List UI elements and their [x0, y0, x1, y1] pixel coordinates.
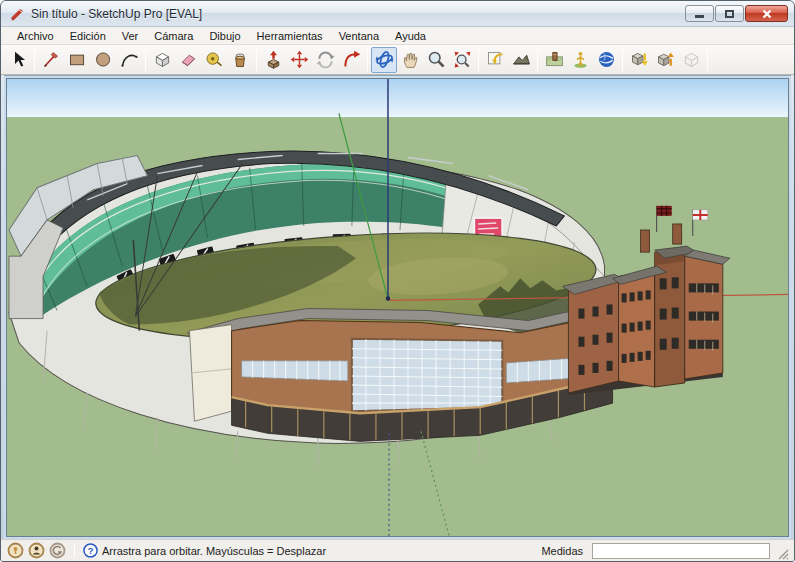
measurements-input[interactable]: [592, 543, 770, 559]
toolbar-separator: [34, 49, 35, 71]
window-title: Sin título - SketchUp Pro [EVAL]: [31, 7, 685, 21]
toolbar-separator: [707, 49, 708, 71]
push-pull-icon: [263, 49, 284, 70]
viewport: [6, 78, 789, 537]
menu-bar: ArchivoEdiciónVerCámaraDibujoHerramienta…: [1, 27, 794, 45]
viewport-frame: [4, 75, 791, 539]
resize-grip[interactable]: [777, 548, 790, 561]
toolbar-separator: [537, 49, 538, 71]
zoom-icon: [426, 49, 447, 70]
minimize-button[interactable]: [685, 5, 714, 22]
toolbar-separator: [622, 49, 623, 71]
add-location-icon: [544, 49, 565, 70]
push-pull-tool-button[interactable]: [260, 47, 286, 73]
google-earth-icon: [596, 49, 617, 70]
eraser-icon: [178, 49, 199, 70]
toolbar-separator: [145, 49, 146, 71]
google-earth-tool-button[interactable]: [593, 47, 619, 73]
rotate-tool-button[interactable]: [312, 47, 338, 73]
credits-icon[interactable]: [28, 542, 45, 559]
position-camera-tool-button[interactable]: [567, 47, 593, 73]
add-location-tool-button[interactable]: [541, 47, 567, 73]
menu-item-ventana[interactable]: Ventana: [331, 28, 387, 44]
window-controls: [685, 5, 788, 22]
measurements-label: Medidas: [541, 545, 583, 557]
sign-in-icon[interactable]: [49, 542, 66, 559]
close-button[interactable]: [745, 5, 788, 22]
orbit-tool-button[interactable]: [371, 47, 397, 73]
pan-icon: [400, 49, 421, 70]
menu-item-edicion[interactable]: Edición: [62, 28, 114, 44]
make-component-icon: [152, 49, 173, 70]
move-icon: [289, 49, 310, 70]
rectangle-icon: [67, 49, 88, 70]
flag-st-george: [693, 210, 708, 220]
drawing-canvas[interactable]: [7, 79, 788, 536]
flag-dark: [657, 206, 672, 216]
arc-icon: [119, 49, 140, 70]
share-models-tool-button[interactable]: [652, 47, 678, 73]
circle-tool-button[interactable]: [90, 47, 116, 73]
line-tool-button[interactable]: [38, 47, 64, 73]
statusbar-separator: [74, 544, 75, 558]
axes-origin: [386, 296, 390, 300]
zoom-extents-tool-button[interactable]: [449, 47, 475, 73]
maximize-button[interactable]: [715, 5, 744, 22]
select-tool-button[interactable]: [5, 47, 31, 73]
svg-text:?: ?: [88, 546, 94, 556]
menu-item-herramientas[interactable]: Herramientas: [249, 28, 331, 44]
get-current-view-tool-button[interactable]: [482, 47, 508, 73]
eraser-tool-button[interactable]: [175, 47, 201, 73]
orbit-icon: [374, 49, 395, 70]
circle-icon: [93, 49, 114, 70]
sky: [7, 79, 788, 117]
follow-me-tool-button[interactable]: [338, 47, 364, 73]
arc-tool-button[interactable]: [116, 47, 142, 73]
rectangle-tool-button[interactable]: [64, 47, 90, 73]
menu-item-ver[interactable]: Ver: [114, 28, 147, 44]
follow-me-icon: [341, 49, 362, 70]
status-icons: [7, 542, 66, 559]
geolocation-icon[interactable]: [7, 542, 24, 559]
menu-item-dibujo[interactable]: Dibujo: [201, 28, 248, 44]
status-hint: Arrastra para orbitar. Mayúsculas = Desp…: [102, 545, 537, 557]
toolbar-separator: [478, 49, 479, 71]
sketchup-logo-icon: [9, 6, 25, 22]
pan-tool-button[interactable]: [397, 47, 423, 73]
menu-item-ayuda[interactable]: Ayuda: [387, 28, 434, 44]
zoom-extents-icon: [452, 49, 473, 70]
zoom-tool-button[interactable]: [423, 47, 449, 73]
toolbar: [1, 45, 794, 75]
get-models-icon: [629, 49, 650, 70]
application-window: Sin título - SketchUp Pro [EVAL] Archivo…: [0, 0, 795, 562]
close-icon: [762, 9, 772, 19]
help-question-icon[interactable]: ?: [83, 543, 98, 558]
paint-bucket-icon: [230, 49, 251, 70]
menu-item-camara[interactable]: Cámara: [146, 28, 201, 44]
tape-measure-tool-button[interactable]: [201, 47, 227, 73]
tape-measure-icon: [204, 49, 225, 70]
menu-item-archivo[interactable]: Archivo: [9, 28, 62, 44]
title-bar: Sin título - SketchUp Pro [EVAL]: [1, 1, 794, 27]
line-icon: [41, 49, 62, 70]
get-models-tool-button[interactable]: [626, 47, 652, 73]
status-bar: ? Arrastra para orbitar. Mayúsculas = De…: [1, 539, 794, 561]
share-models-icon: [655, 49, 676, 70]
select-icon: [8, 49, 29, 70]
make-component-tool-button[interactable]: [149, 47, 175, 73]
move-tool-button[interactable]: [286, 47, 312, 73]
toggle-terrain-tool-button[interactable]: [508, 47, 534, 73]
maximize-icon: [725, 10, 734, 18]
get-current-view-icon: [485, 49, 506, 70]
component-box-icon: [681, 49, 702, 70]
rotate-icon: [315, 49, 336, 70]
toolbar-separator: [367, 49, 368, 71]
position-camera-icon: [570, 49, 591, 70]
minimize-icon: [695, 15, 704, 18]
toggle-terrain-icon: [511, 49, 532, 70]
component-box-tool-button[interactable]: [678, 47, 704, 73]
paint-bucket-tool-button[interactable]: [227, 47, 253, 73]
toolbar-separator: [256, 49, 257, 71]
